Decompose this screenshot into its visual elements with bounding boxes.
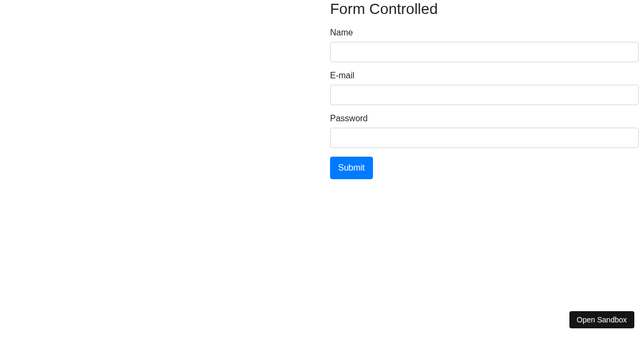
submit-button[interactable]: Submit	[330, 157, 373, 179]
password-label: Password	[330, 114, 639, 123]
form-group-name: Name	[330, 28, 639, 62]
password-field[interactable]	[330, 128, 639, 148]
open-sandbox-button[interactable]: Open Sandbox	[569, 311, 634, 328]
email-label: E-mail	[330, 71, 639, 80]
page-title: Form Controlled	[330, 0, 639, 18]
form-group-email: E-mail	[330, 71, 639, 105]
form-group-password: Password	[330, 114, 639, 148]
email-field[interactable]	[330, 85, 639, 105]
name-label: Name	[330, 28, 639, 38]
name-field[interactable]	[330, 42, 639, 62]
form-container: Form Controlled Name E-mail Password Sub…	[330, 0, 639, 179]
